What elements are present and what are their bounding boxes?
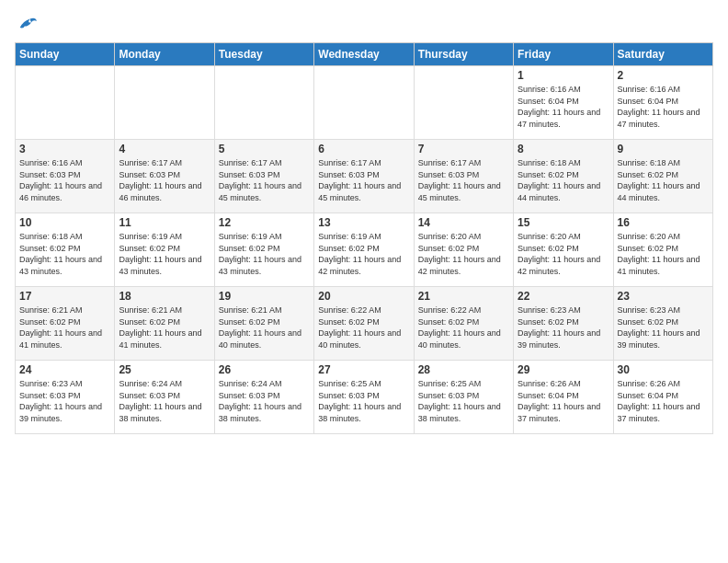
day-number: 27	[318, 363, 409, 376]
calendar-cell	[414, 66, 513, 140]
day-info: Sunrise: 6:21 AM Sunset: 6:02 PM Dayligh…	[219, 304, 310, 350]
day-info: Sunrise: 6:23 AM Sunset: 6:02 PM Dayligh…	[518, 304, 609, 350]
calendar-cell: 21Sunrise: 6:22 AM Sunset: 6:02 PM Dayli…	[414, 287, 513, 361]
day-info: Sunrise: 6:25 AM Sunset: 6:03 PM Dayligh…	[318, 378, 409, 424]
day-info: Sunrise: 6:25 AM Sunset: 6:03 PM Dayligh…	[418, 378, 509, 424]
day-number: 19	[219, 290, 310, 303]
weekday-header-sunday: Sunday	[16, 43, 115, 66]
calendar-cell: 5Sunrise: 6:17 AM Sunset: 6:03 PM Daylig…	[214, 140, 313, 213]
calendar-cell: 3Sunrise: 6:16 AM Sunset: 6:03 PM Daylig…	[16, 140, 115, 213]
day-number: 26	[219, 363, 310, 376]
day-info: Sunrise: 6:23 AM Sunset: 6:03 PM Dayligh…	[19, 378, 110, 424]
weekday-header-tuesday: Tuesday	[214, 43, 313, 66]
day-info: Sunrise: 6:20 AM Sunset: 6:02 PM Dayligh…	[618, 231, 709, 277]
calendar-header-row: SundayMondayTuesdayWednesdayThursdayFrid…	[16, 43, 713, 66]
day-info: Sunrise: 6:19 AM Sunset: 6:02 PM Dayligh…	[318, 231, 409, 277]
weekday-header-monday: Monday	[115, 43, 214, 66]
day-number: 8	[518, 143, 609, 155]
day-number: 25	[119, 363, 210, 376]
day-number: 7	[418, 143, 509, 155]
calendar-cell: 6Sunrise: 6:17 AM Sunset: 6:03 PM Daylig…	[314, 140, 414, 213]
day-info: Sunrise: 6:19 AM Sunset: 6:02 PM Dayligh…	[219, 231, 310, 277]
calendar-cell: 10Sunrise: 6:18 AM Sunset: 6:02 PM Dayli…	[16, 213, 115, 287]
calendar-cell: 26Sunrise: 6:24 AM Sunset: 6:03 PM Dayli…	[214, 361, 313, 434]
calendar-cell: 22Sunrise: 6:23 AM Sunset: 6:02 PM Dayli…	[514, 287, 613, 361]
calendar-cell: 30Sunrise: 6:26 AM Sunset: 6:04 PM Dayli…	[613, 361, 712, 434]
day-info: Sunrise: 6:16 AM Sunset: 6:04 PM Dayligh…	[518, 84, 609, 130]
calendar-cell: 25Sunrise: 6:24 AM Sunset: 6:03 PM Dayli…	[115, 361, 214, 434]
day-info: Sunrise: 6:17 AM Sunset: 6:03 PM Dayligh…	[418, 157, 509, 203]
day-number: 17	[19, 290, 110, 303]
day-number: 10	[19, 216, 110, 229]
day-number: 12	[219, 216, 310, 229]
day-number: 14	[418, 216, 509, 229]
day-info: Sunrise: 6:20 AM Sunset: 6:02 PM Dayligh…	[518, 231, 609, 277]
calendar-cell: 7Sunrise: 6:17 AM Sunset: 6:03 PM Daylig…	[414, 140, 513, 213]
day-info: Sunrise: 6:18 AM Sunset: 6:02 PM Dayligh…	[618, 157, 709, 203]
day-info: Sunrise: 6:24 AM Sunset: 6:03 PM Dayligh…	[119, 378, 210, 424]
day-number: 20	[318, 290, 409, 303]
day-info: Sunrise: 6:16 AM Sunset: 6:03 PM Dayligh…	[19, 157, 110, 203]
calendar-cell: 2Sunrise: 6:16 AM Sunset: 6:04 PM Daylig…	[613, 66, 712, 140]
calendar-cell: 24Sunrise: 6:23 AM Sunset: 6:03 PM Dayli…	[16, 361, 115, 434]
calendar-cell: 4Sunrise: 6:17 AM Sunset: 6:03 PM Daylig…	[115, 140, 214, 213]
day-number: 2	[618, 69, 709, 82]
calendar-cell: 12Sunrise: 6:19 AM Sunset: 6:02 PM Dayli…	[214, 213, 313, 287]
calendar-cell: 13Sunrise: 6:19 AM Sunset: 6:02 PM Dayli…	[314, 213, 414, 287]
day-info: Sunrise: 6:20 AM Sunset: 6:02 PM Dayligh…	[418, 231, 509, 277]
day-info: Sunrise: 6:16 AM Sunset: 6:04 PM Dayligh…	[618, 84, 709, 130]
day-info: Sunrise: 6:18 AM Sunset: 6:02 PM Dayligh…	[518, 157, 609, 203]
calendar-cell: 29Sunrise: 6:26 AM Sunset: 6:04 PM Dayli…	[514, 361, 613, 434]
day-number: 11	[119, 216, 210, 229]
day-number: 16	[618, 216, 709, 229]
day-number: 4	[119, 143, 210, 155]
calendar-cell: 9Sunrise: 6:18 AM Sunset: 6:02 PM Daylig…	[613, 140, 712, 213]
day-info: Sunrise: 6:26 AM Sunset: 6:04 PM Dayligh…	[618, 378, 709, 424]
page-header	[15, 15, 713, 33]
calendar-cell: 18Sunrise: 6:21 AM Sunset: 6:02 PM Dayli…	[115, 287, 214, 361]
day-number: 21	[418, 290, 509, 303]
calendar-cell: 8Sunrise: 6:18 AM Sunset: 6:02 PM Daylig…	[514, 140, 613, 213]
day-info: Sunrise: 6:21 AM Sunset: 6:02 PM Dayligh…	[19, 304, 110, 350]
day-number: 6	[318, 143, 409, 155]
day-number: 22	[518, 290, 609, 303]
day-number: 13	[318, 216, 409, 229]
day-number: 30	[618, 363, 709, 376]
day-info: Sunrise: 6:24 AM Sunset: 6:03 PM Dayligh…	[219, 378, 310, 424]
weekday-header-wednesday: Wednesday	[314, 43, 414, 66]
calendar-cell	[214, 66, 313, 140]
calendar-cell: 16Sunrise: 6:20 AM Sunset: 6:02 PM Dayli…	[613, 213, 712, 287]
calendar-cell	[115, 66, 214, 140]
weekday-header-saturday: Saturday	[613, 43, 712, 66]
calendar-cell: 15Sunrise: 6:20 AM Sunset: 6:02 PM Dayli…	[514, 213, 613, 287]
day-info: Sunrise: 6:26 AM Sunset: 6:04 PM Dayligh…	[518, 378, 609, 424]
day-number: 9	[618, 143, 709, 155]
day-info: Sunrise: 6:21 AM Sunset: 6:02 PM Dayligh…	[119, 304, 210, 350]
day-number: 5	[219, 143, 310, 155]
calendar-week-2: 3Sunrise: 6:16 AM Sunset: 6:03 PM Daylig…	[16, 140, 713, 213]
day-info: Sunrise: 6:22 AM Sunset: 6:02 PM Dayligh…	[318, 304, 409, 350]
day-number: 28	[418, 363, 509, 376]
calendar-week-5: 24Sunrise: 6:23 AM Sunset: 6:03 PM Dayli…	[16, 361, 713, 434]
calendar-cell	[16, 66, 115, 140]
day-info: Sunrise: 6:22 AM Sunset: 6:02 PM Dayligh…	[418, 304, 509, 350]
calendar-cell: 11Sunrise: 6:19 AM Sunset: 6:02 PM Dayli…	[115, 213, 214, 287]
day-info: Sunrise: 6:17 AM Sunset: 6:03 PM Dayligh…	[119, 157, 210, 203]
day-number: 29	[518, 363, 609, 376]
day-info: Sunrise: 6:23 AM Sunset: 6:02 PM Dayligh…	[618, 304, 709, 350]
calendar-cell: 28Sunrise: 6:25 AM Sunset: 6:03 PM Dayli…	[414, 361, 513, 434]
calendar-table: SundayMondayTuesdayWednesdayThursdayFrid…	[15, 42, 713, 434]
day-number: 3	[19, 143, 110, 155]
calendar-cell: 20Sunrise: 6:22 AM Sunset: 6:02 PM Dayli…	[314, 287, 414, 361]
calendar-cell: 19Sunrise: 6:21 AM Sunset: 6:02 PM Dayli…	[214, 287, 313, 361]
day-number: 23	[618, 290, 709, 303]
day-number: 15	[518, 216, 609, 229]
day-info: Sunrise: 6:17 AM Sunset: 6:03 PM Dayligh…	[318, 157, 409, 203]
calendar-cell: 17Sunrise: 6:21 AM Sunset: 6:02 PM Dayli…	[16, 287, 115, 361]
weekday-header-friday: Friday	[514, 43, 613, 66]
logo-bird-icon	[17, 15, 37, 33]
day-number: 18	[119, 290, 210, 303]
calendar-week-4: 17Sunrise: 6:21 AM Sunset: 6:02 PM Dayli…	[16, 287, 713, 361]
calendar-cell	[314, 66, 414, 140]
day-info: Sunrise: 6:17 AM Sunset: 6:03 PM Dayligh…	[219, 157, 310, 203]
